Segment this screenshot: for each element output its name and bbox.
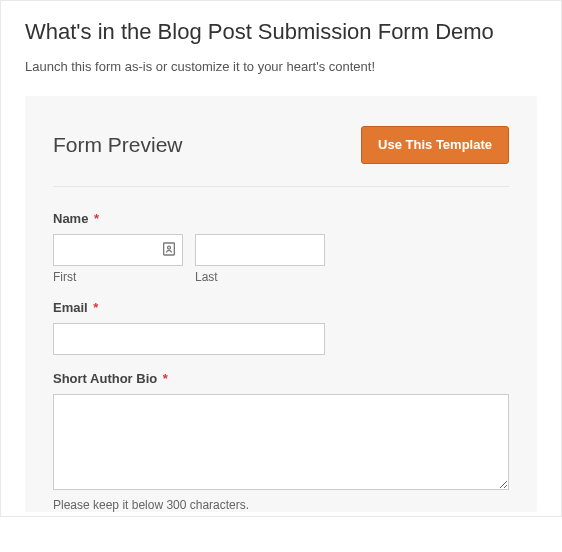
- contact-card-icon: [161, 241, 177, 257]
- bio-label: Short Author Bio *: [53, 371, 509, 386]
- svg-point-1: [168, 246, 171, 249]
- name-field: Name * First L: [53, 211, 509, 284]
- email-required-mark: *: [93, 300, 98, 315]
- name-label-text: Name: [53, 211, 88, 226]
- name-label: Name *: [53, 211, 509, 226]
- last-name-input[interactable]: [195, 234, 325, 266]
- page-title: What's in the Blog Post Submission Form …: [25, 19, 537, 45]
- bio-helper-text: Please keep it below 300 characters.: [53, 498, 509, 512]
- first-name-wrap: [53, 234, 183, 266]
- first-sublabel: First: [53, 270, 183, 284]
- last-name-col: Last: [195, 234, 325, 284]
- page-container: What's in the Blog Post Submission Form …: [0, 0, 562, 517]
- bio-label-text: Short Author Bio: [53, 371, 157, 386]
- bio-textarea[interactable]: [53, 394, 509, 490]
- preview-heading: Form Preview: [53, 133, 183, 157]
- name-row: First Last: [53, 234, 509, 284]
- first-name-col: First: [53, 234, 183, 284]
- email-label-text: Email: [53, 300, 88, 315]
- name-required-mark: *: [94, 211, 99, 226]
- form-preview-card: Form Preview Use This Template Name *: [25, 96, 537, 512]
- intro-text: Launch this form as-is or customize it t…: [25, 59, 537, 74]
- last-sublabel: Last: [195, 270, 325, 284]
- bio-field: Short Author Bio * Please keep it below …: [53, 371, 509, 512]
- email-input[interactable]: [53, 323, 325, 355]
- preview-header: Form Preview Use This Template: [53, 126, 509, 187]
- use-this-template-button[interactable]: Use This Template: [361, 126, 509, 164]
- email-label: Email *: [53, 300, 509, 315]
- email-field: Email *: [53, 300, 509, 355]
- bio-required-mark: *: [163, 371, 168, 386]
